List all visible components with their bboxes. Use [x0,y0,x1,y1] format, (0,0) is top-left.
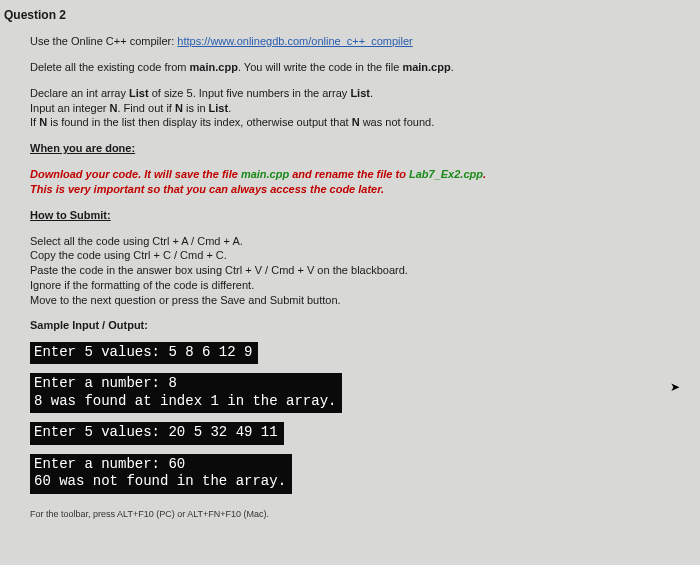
delete-f2: main.cpp [402,61,450,73]
t: List [350,87,370,99]
t: Declare an int array [30,87,129,99]
step: Paste the code in the answer box using C… [30,264,408,276]
step: Move to the next question or press the S… [30,294,341,306]
submit-steps: Select all the code using Ctrl + A / Cmd… [30,234,696,308]
done-heading: When you are done: [30,141,696,156]
task-block: Declare an int array List of size 5. Inp… [30,86,696,131]
t: If [30,116,39,128]
step: Ignore if the formatting of the code is … [30,279,254,291]
download-block: Download your code. It will save the fil… [30,167,696,197]
terminal-output: Enter 5 values: 20 5 32 49 11 [30,422,284,445]
question-content: Use the Online C++ compiler: https://www… [4,34,696,519]
t: was not found. [360,116,435,128]
delete-line: Delete all the existing code from main.c… [30,60,696,75]
delete-p3: . [451,61,454,73]
t: . Find out if [117,102,174,114]
intro-line: Use the Online C++ compiler: https://www… [30,34,696,49]
cursor-icon: ➤ [670,380,680,394]
intro-prefix: Use the Online C++ compiler: [30,35,177,47]
t: . [370,87,373,99]
step: Copy the code using Ctrl + C / Cmd + C. [30,249,227,261]
dl-p1: Download your code. It will save the fil… [30,168,241,180]
t: Input an integer [30,102,110,114]
delete-p2: . You will write the code in the file [238,61,402,73]
delete-p1: Delete all the existing code from [30,61,190,73]
t: N [175,102,183,114]
dl-p3: and rename the file to [289,168,409,180]
step: Select all the code using Ctrl + A / Cmd… [30,235,243,247]
t: of size 5. Input five numbers in the arr… [149,87,351,99]
terminal-output: Enter 5 values: 5 8 6 12 9 [30,342,258,365]
submit-heading: How to Submit: [30,208,696,223]
t: N [352,116,360,128]
dl-p2: main.cpp [241,168,289,180]
dl-p4: Lab7_Ex2.cpp [409,168,483,180]
terminal-output: Enter a number: 60 60 was not found in t… [30,454,292,494]
question-title: Question 2 [4,8,696,22]
dl-line2: This is very important so that you can a… [30,183,384,195]
t: List [209,102,229,114]
t: is found in the list then display its in… [47,116,352,128]
t: List [129,87,149,99]
t: . [228,102,231,114]
t: N [39,116,47,128]
t: is in [183,102,209,114]
dl-p5: . [483,168,486,180]
sample-io-label: Sample Input / Output: [30,319,696,331]
toolbar-hint: For the toolbar, press ALT+F10 (PC) or A… [30,509,696,519]
delete-f1: main.cpp [190,61,238,73]
terminal-output: Enter a number: 8 8 was found at index 1… [30,373,342,413]
compiler-link[interactable]: https://www.onlinegdb.com/online_c++_com… [177,35,412,47]
